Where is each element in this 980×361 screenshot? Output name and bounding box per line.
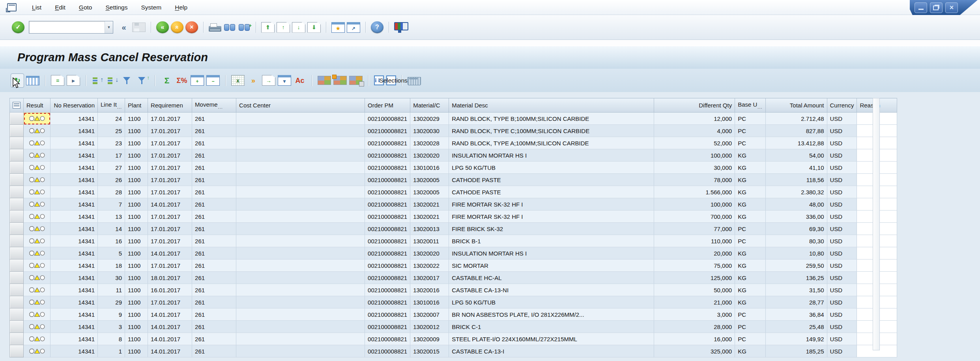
- cell-total_amount[interactable]: 54,00: [765, 149, 827, 162]
- print-preview-button[interactable]: ▼: [278, 75, 291, 86]
- cell-no_reservation[interactable]: 14341: [50, 345, 98, 357]
- cell-plant[interactable]: 1100: [125, 174, 148, 186]
- column-header-material[interactable]: Material/C: [410, 98, 449, 113]
- cell-total_amount[interactable]: 336,00: [765, 211, 827, 223]
- previous-page-button[interactable]: ↑: [277, 22, 290, 33]
- cell-cost_center[interactable]: [236, 235, 365, 247]
- cell-base_unit[interactable]: KG: [735, 198, 765, 211]
- row-selector[interactable]: [10, 247, 24, 259]
- row-selector[interactable]: [10, 174, 24, 186]
- cell-material[interactable]: 13020028: [410, 137, 449, 149]
- cell-base_unit[interactable]: KG: [735, 149, 765, 162]
- views-button[interactable]: [318, 76, 331, 85]
- cell-material[interactable]: 13020021: [410, 198, 449, 211]
- cell-different_qty[interactable]: 1.566,000: [654, 186, 735, 198]
- cell-material[interactable]: 13020020: [410, 247, 449, 259]
- cell-movement_type[interactable]: 261: [192, 137, 236, 149]
- cell-currency[interactable]: USD: [827, 333, 857, 345]
- expand-button[interactable]: +: [191, 75, 204, 86]
- cell-movement_type[interactable]: 261: [192, 223, 236, 235]
- cell-cost_center[interactable]: [236, 321, 365, 333]
- menu-help[interactable]: Help: [168, 2, 194, 12]
- cell-result[interactable]: [24, 259, 50, 272]
- cell-currency[interactable]: USD: [827, 345, 857, 357]
- cell-requirement_date[interactable]: 14.01.2017: [148, 321, 192, 333]
- menu-list[interactable]: List: [25, 2, 48, 12]
- cell-different_qty[interactable]: 30,000: [654, 162, 735, 174]
- selections-button[interactable]: iSelections: [386, 75, 396, 85]
- close-button[interactable]: ×: [945, 2, 958, 13]
- column-header-material_desc[interactable]: Material Desc: [449, 98, 654, 113]
- cell-material_desc[interactable]: RAND BLOCK, TYPE B;100MM;SILICON CARBIDE: [449, 113, 654, 125]
- cell-no_reservation[interactable]: 14341: [50, 321, 98, 333]
- cell-material[interactable]: 13010016: [410, 296, 449, 308]
- cell-base_unit[interactable]: KG: [735, 162, 765, 174]
- column-header-line_item[interactable]: Line It...: [98, 98, 125, 113]
- cell-movement_type[interactable]: 261: [192, 162, 236, 174]
- cell-plant[interactable]: 1100: [125, 235, 148, 247]
- cell-line_item[interactable]: 28: [98, 186, 125, 198]
- row-selector[interactable]: [10, 345, 24, 357]
- column-header-currency[interactable]: Currency: [827, 98, 857, 113]
- cell-cost_center[interactable]: [236, 125, 365, 137]
- next-page-button[interactable]: ↓: [292, 22, 305, 33]
- row-selector[interactable]: [10, 113, 24, 125]
- cell-base_unit[interactable]: KG: [735, 272, 765, 284]
- cell-different_qty[interactable]: 50,000: [654, 284, 735, 296]
- column-header-no_reservation[interactable]: No Reservation: [50, 98, 98, 113]
- command-field[interactable]: ▼: [29, 21, 113, 34]
- cell-plant[interactable]: 1100: [125, 247, 148, 259]
- cell-no_reservation[interactable]: 14341: [50, 333, 98, 345]
- cell-material[interactable]: 13020005: [410, 174, 449, 186]
- cell-total_amount[interactable]: 69,30: [765, 223, 827, 235]
- cell-order_pm[interactable]: 002100008821: [365, 259, 410, 272]
- cell-line_item[interactable]: 25: [98, 125, 125, 137]
- cell-no_reservation[interactable]: 14341: [50, 211, 98, 223]
- cell-material_desc[interactable]: SIC MORTAR: [449, 259, 654, 272]
- cell-currency[interactable]: USD: [827, 308, 857, 321]
- vertical-scrollbar[interactable]: [873, 98, 880, 350]
- cell-cost_center[interactable]: [236, 149, 365, 162]
- cell-order_pm[interactable]: 002100008821: [365, 198, 410, 211]
- cell-result[interactable]: [24, 272, 50, 284]
- cell-movement_type[interactable]: 261: [192, 198, 236, 211]
- cell-currency[interactable]: USD: [827, 186, 857, 198]
- cell-currency[interactable]: USD: [827, 223, 857, 235]
- cell-material_desc[interactable]: INSULATION MORTAR HS I: [449, 149, 654, 162]
- cell-result[interactable]: [24, 186, 50, 198]
- cell-no_reservation[interactable]: 14341: [50, 113, 98, 125]
- cell-no_reservation[interactable]: 14341: [50, 259, 98, 272]
- cell-movement_type[interactable]: 261: [192, 125, 236, 137]
- cell-cost_center[interactable]: [236, 284, 365, 296]
- cell-plant[interactable]: 1100: [125, 125, 148, 137]
- cell-material_desc[interactable]: BR NON ASBESTOS PLATE, I/O 281X226MM/2..…: [449, 308, 654, 321]
- cell-different_qty[interactable]: 3,000: [654, 308, 735, 321]
- cell-order_pm[interactable]: 002100008821: [365, 186, 410, 198]
- cell-line_item[interactable]: 13: [98, 211, 125, 223]
- cell-base_unit[interactable]: KG: [735, 247, 765, 259]
- cell-base_unit[interactable]: PC: [735, 333, 765, 345]
- cell-order_pm[interactable]: 002100008821: [365, 211, 410, 223]
- cell-currency[interactable]: USD: [827, 198, 857, 211]
- cell-cost_center[interactable]: [236, 345, 365, 357]
- row-selector[interactable]: [10, 259, 24, 272]
- cell-order_pm[interactable]: 002100008821: [365, 235, 410, 247]
- cell-material_desc[interactable]: LPG 50 KG/TUB: [449, 296, 654, 308]
- cell-material_desc[interactable]: FIRE MORTAR SK-32 HF I: [449, 198, 654, 211]
- cell-movement_type[interactable]: 261: [192, 149, 236, 162]
- cell-total_amount[interactable]: 25,48: [765, 321, 827, 333]
- cell-base_unit[interactable]: PC: [735, 223, 765, 235]
- sort-descending-button[interactable]: ↓: [107, 76, 119, 85]
- back-button[interactable]: «: [156, 21, 169, 33]
- cell-result[interactable]: [24, 247, 50, 259]
- cell-no_reservation[interactable]: 14341: [50, 198, 98, 211]
- cell-order_pm[interactable]: 002100008821: [365, 223, 410, 235]
- row-selector[interactable]: [10, 186, 24, 198]
- cell-total_amount[interactable]: 118,56: [765, 174, 827, 186]
- cell-material[interactable]: 13020029: [410, 113, 449, 125]
- cell-line_item[interactable]: 17: [98, 149, 125, 162]
- cell-material[interactable]: 13020012: [410, 321, 449, 333]
- cell-total_amount[interactable]: 28,77: [765, 296, 827, 308]
- cell-cost_center[interactable]: [236, 223, 365, 235]
- cell-material[interactable]: 13020007: [410, 308, 449, 321]
